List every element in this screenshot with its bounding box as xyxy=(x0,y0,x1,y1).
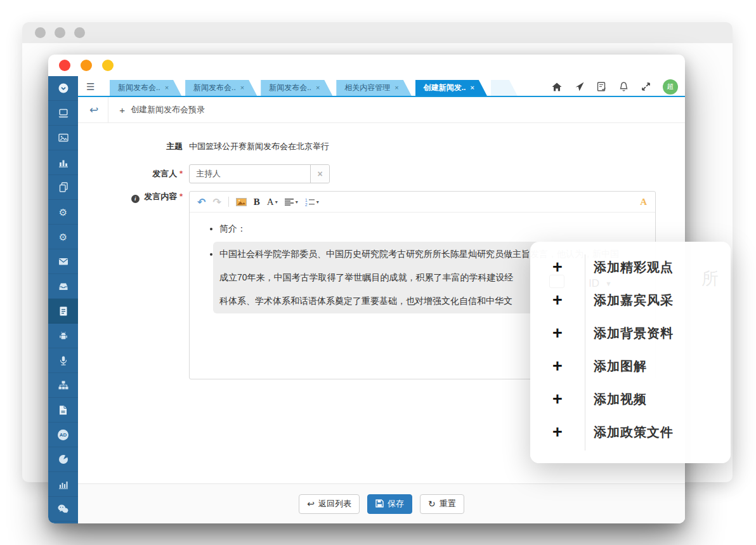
tab-news-1[interactable]: 新闻发布会.. × xyxy=(110,80,181,96)
editor-toolbar: ↶ ↷ B A ▾ xyxy=(190,192,655,213)
topic-value: 中国篮球公开赛新闻发布会在北京举行 xyxy=(189,141,329,152)
sidebar-item-ad[interactable]: AD xyxy=(48,423,78,447)
speaker-input[interactable] xyxy=(190,165,310,183)
envelope-icon xyxy=(58,257,69,266)
add-content-popup: ID ▼ 所 + 添加精彩观点 + 添加嘉宾风采 + 添加背景资料 + 添加图解… xyxy=(530,242,731,463)
tab-label: 相关内容管理 xyxy=(344,80,390,96)
align-icon[interactable]: ▾ xyxy=(285,199,298,206)
insert-image-icon[interactable] xyxy=(236,198,247,206)
sidebar-item-microphone[interactable] xyxy=(48,348,78,373)
popup-items: + 添加精彩观点 + 添加嘉宾风采 + 添加背景资料 + 添加图解 + 添加视频… xyxy=(530,251,731,449)
caret-down-icon: ▾ xyxy=(296,199,298,205)
window-controls xyxy=(48,55,685,76)
tab-close-icon[interactable]: × xyxy=(394,80,398,96)
wechat-icon xyxy=(57,504,69,514)
save-icon xyxy=(375,499,384,509)
undo-icon[interactable]: ↶ xyxy=(197,196,205,208)
tab-related-content[interactable]: 相关内容管理 × xyxy=(336,80,411,96)
divider xyxy=(108,97,108,123)
sidebar-item-chevron[interactable] xyxy=(48,76,78,101)
sidebar-item-mail[interactable] xyxy=(48,249,78,274)
sidebar-item-inbox[interactable] xyxy=(48,274,78,299)
sidebar-item-file[interactable] xyxy=(48,398,78,423)
menu-item-add-diagram[interactable]: + 添加图解 xyxy=(530,350,731,383)
tab-close-icon[interactable]: × xyxy=(470,80,474,96)
font-color-icon[interactable]: A ▾ xyxy=(267,197,278,207)
ordered-list-icon[interactable]: 12 ▾ xyxy=(305,198,319,206)
speaker-input-group: × xyxy=(189,164,330,183)
tab-close-icon[interactable]: × xyxy=(165,80,169,96)
page-title: 创建新闻发布会预录 xyxy=(131,104,205,115)
header-icons: 超 xyxy=(551,76,678,97)
plus-icon: + xyxy=(530,259,585,276)
sidebar-item-wechat[interactable] xyxy=(48,497,78,522)
tab-bar: ☰ 新闻发布会.. × 新闻发布会.. × 新闻发布会.. × xyxy=(78,76,685,97)
gear-icon: ⚙ xyxy=(59,207,67,217)
ad-badge-icon: AD xyxy=(58,430,68,440)
sitemap-icon xyxy=(58,380,69,390)
plus-icon: + xyxy=(119,105,125,115)
sidebar-item-desktop[interactable] xyxy=(48,101,78,126)
chevron-down-circle-icon xyxy=(58,82,69,94)
window-dot[interactable] xyxy=(74,27,85,38)
save-button[interactable]: 保存 xyxy=(367,494,412,514)
caret-down-icon: ▾ xyxy=(275,199,278,205)
memo-icon[interactable] xyxy=(596,81,607,92)
menu-item-add-highlight[interactable]: + 添加精彩观点 xyxy=(530,251,731,284)
bold-icon[interactable]: B xyxy=(254,197,260,207)
lightning-icon[interactable] xyxy=(574,81,585,92)
sidebar-item-android[interactable] xyxy=(48,324,78,348)
sidebar-item-stats[interactable] xyxy=(48,472,78,497)
window-dot[interactable] xyxy=(55,27,65,38)
clear-input-icon[interactable]: × xyxy=(310,165,329,183)
avatar[interactable]: 超 xyxy=(663,79,678,95)
plus-icon: + xyxy=(530,292,585,309)
menu-item-add-video[interactable]: + 添加视频 xyxy=(530,383,731,416)
plus-icon: + xyxy=(530,325,585,342)
sidebar-item-image[interactable] xyxy=(48,126,78,150)
collapse-menu-icon[interactable]: ☰ xyxy=(86,81,94,93)
sidebar-item-copy[interactable] xyxy=(48,175,78,200)
tab-label: 新闻发布会.. xyxy=(269,80,311,96)
menu-item-add-policy[interactable]: + 添加政策文件 xyxy=(530,416,731,449)
android-icon xyxy=(58,331,69,341)
sidebar-item-settings-1[interactable]: ⚙ xyxy=(48,200,78,225)
plus-icon: + xyxy=(530,424,585,441)
back-to-list-button[interactable]: ↩ 返回列表 xyxy=(299,494,360,514)
content-label: i 发言内容 * xyxy=(78,191,189,379)
window-dot[interactable] xyxy=(35,27,46,38)
tab-news-3[interactable]: 新闻发布会.. × xyxy=(261,80,332,96)
bell-icon[interactable] xyxy=(618,81,629,92)
sidebar-item-settings-2[interactable]: ⚙ xyxy=(48,225,78,249)
sidebar-item-document-active[interactable] xyxy=(48,299,78,324)
tab-close-icon[interactable]: × xyxy=(240,80,244,96)
redo-icon[interactable]: ↷ xyxy=(212,196,221,208)
reset-button[interactable]: ↻ 重置 xyxy=(420,494,464,514)
zoom-window-button[interactable] xyxy=(102,60,114,71)
close-window-button[interactable] xyxy=(59,60,70,71)
tab-close-icon[interactable]: × xyxy=(316,80,320,96)
desktop-icon xyxy=(58,108,69,119)
expand-icon[interactable] xyxy=(641,81,651,92)
tab-news-2[interactable]: 新闻发布会.. × xyxy=(185,80,257,96)
topic-row: 主题 中国篮球公开赛新闻发布会在北京举行 xyxy=(78,141,685,152)
required-mark: * xyxy=(179,192,183,201)
back-icon[interactable]: ↩ xyxy=(89,105,98,115)
sidebar-item-chart[interactable] xyxy=(48,150,78,175)
copy-icon xyxy=(58,181,69,193)
menu-item-add-guest[interactable]: + 添加嘉宾风采 xyxy=(530,284,731,317)
breadcrumb: ↩ + 创建新闻发布会预录 xyxy=(78,97,685,123)
inbox-icon xyxy=(58,281,69,291)
home-icon[interactable] xyxy=(551,82,563,92)
sidebar-item-sitemap[interactable] xyxy=(48,373,78,398)
editor-fullscreen-icon[interactable]: A xyxy=(640,197,647,207)
sidebar-item-pie[interactable] xyxy=(48,447,78,472)
image-icon xyxy=(58,133,69,143)
svg-text:2: 2 xyxy=(305,202,308,206)
tab-create-news-active[interactable]: 创建新闻发.. × xyxy=(415,80,487,96)
bar-chart-icon xyxy=(58,157,69,167)
minimize-window-button[interactable] xyxy=(81,60,92,71)
menu-item-add-background[interactable]: + 添加背景资料 xyxy=(530,317,731,350)
speaker-row: 发言人 * × xyxy=(78,164,685,183)
tab-label: 新闻发布会.. xyxy=(193,80,236,96)
